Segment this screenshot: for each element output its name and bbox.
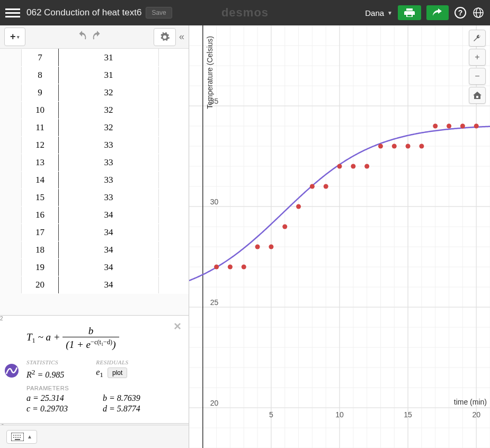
data-point[interactable] [351, 164, 355, 169]
svg-text:20: 20 [210, 399, 219, 407]
data-point[interactable] [242, 265, 246, 270]
table-cell-t[interactable]: 7 [22, 49, 59, 67]
zoom-in-button[interactable]: + [469, 49, 486, 66]
data-point[interactable] [310, 184, 315, 189]
table-cell-t[interactable]: 8 [22, 67, 59, 84]
table-row[interactable]: 1132 [22, 119, 159, 137]
svg-text:Temperature (Celsius): Temperature (Celsius) [206, 36, 214, 109]
data-point[interactable] [419, 144, 424, 149]
table-cell-T[interactable]: 34 [59, 207, 159, 224]
undo-button[interactable] [76, 30, 88, 44]
data-point[interactable] [228, 265, 233, 270]
table-row[interactable]: 1634 [22, 207, 159, 224]
table-cell-T[interactable]: 32 [59, 84, 159, 102]
user-name[interactable]: Dana [365, 8, 384, 17]
regression-icon[interactable] [4, 363, 19, 378]
zoom-out-button[interactable]: − [469, 68, 486, 85]
table-cell-T[interactable]: 33 [59, 154, 159, 172]
table-cell-t[interactable]: 12 [22, 137, 59, 154]
data-point[interactable] [474, 124, 479, 129]
table-cell-T[interactable]: 34 [59, 276, 159, 294]
home-icon [473, 91, 482, 100]
table-cell-T[interactable]: 34 [59, 241, 159, 259]
svg-text:30: 30 [210, 198, 219, 206]
table-cell-t[interactable]: 9 [22, 84, 59, 102]
data-point[interactable] [447, 124, 451, 129]
data-point[interactable] [364, 164, 369, 169]
help-button[interactable]: ? [454, 6, 467, 19]
data-table[interactable]: 7318319321032113212331333143315331634173… [21, 49, 159, 294]
data-point[interactable] [392, 144, 397, 149]
table-row[interactable]: 1433 [22, 172, 159, 189]
expression-index: 2 [0, 316, 5, 321]
table-row[interactable]: 1934 [22, 259, 159, 276]
table-cell-T[interactable]: 31 [59, 67, 159, 84]
stats-heading: STATISTICS [26, 359, 64, 365]
language-button[interactable] [472, 6, 485, 19]
close-icon[interactable]: × [174, 319, 181, 334]
plot-residuals-button[interactable]: plot [108, 368, 127, 378]
menu-icon[interactable] [5, 6, 20, 20]
table-cell-t[interactable]: 16 [22, 207, 59, 224]
data-point[interactable] [255, 245, 260, 249]
svg-text:15: 15 [404, 410, 412, 419]
table-cell-T[interactable]: 34 [59, 224, 159, 241]
graph-panel[interactable]: + − 510152020253035time (min)Temperature… [189, 25, 490, 448]
svg-point-7 [13, 435, 14, 436]
table-row[interactable]: 1834 [22, 241, 159, 259]
table-row[interactable]: 1533 [22, 189, 159, 207]
data-point[interactable] [460, 124, 465, 129]
data-point[interactable] [214, 265, 219, 270]
graph-canvas[interactable]: 510152020253035time (min)Temperature (Ce… [189, 25, 490, 448]
table-cell-t[interactable]: 10 [22, 102, 59, 119]
table-cell-t[interactable]: 19 [22, 259, 59, 276]
data-point[interactable] [433, 124, 438, 129]
table-row[interactable]: 1333 [22, 154, 159, 172]
share-icon [433, 8, 442, 17]
data-point[interactable] [337, 164, 342, 169]
table-row[interactable]: 2034 [22, 276, 159, 294]
data-point[interactable] [406, 144, 411, 149]
regression-expression[interactable]: 2 × T1 ~ a + b(1 + e−c(t1−d)) STATISTICS… [0, 315, 189, 423]
table-row[interactable]: 1233 [22, 137, 159, 154]
table-row[interactable]: 831 [22, 67, 159, 84]
data-point[interactable] [296, 204, 301, 209]
table-cell-T[interactable]: 34 [59, 259, 159, 276]
settings-button[interactable] [154, 28, 176, 46]
table-cell-t[interactable]: 20 [22, 276, 59, 294]
chevron-down-icon[interactable]: ▼ [387, 10, 393, 16]
home-button[interactable] [469, 87, 486, 104]
data-point[interactable] [324, 184, 328, 189]
table-cell-T[interactable]: 33 [59, 189, 159, 207]
table-cell-T[interactable]: 32 [59, 119, 159, 137]
keypad-toggle-button[interactable]: ▲ [6, 430, 37, 444]
data-point[interactable] [378, 144, 383, 149]
save-button[interactable]: Save [146, 7, 172, 19]
table-cell-T[interactable]: 33 [59, 172, 159, 189]
document-title[interactable]: 062 Conduction of heat text6 [26, 7, 141, 18]
table-row[interactable]: 731 [22, 49, 159, 67]
redo-button[interactable] [91, 30, 103, 44]
data-point[interactable] [269, 245, 273, 249]
expression-list[interactable]: 7318319321032113212331333143315331634173… [0, 49, 189, 425]
table-cell-t[interactable]: 18 [22, 241, 59, 259]
graph-settings-button[interactable] [469, 30, 486, 47]
table-cell-T[interactable]: 32 [59, 102, 159, 119]
table-row[interactable]: 932 [22, 84, 159, 102]
table-cell-T[interactable]: 31 [59, 49, 159, 67]
table-cell-T[interactable]: 33 [59, 137, 159, 154]
table-row[interactable]: 1032 [22, 102, 159, 119]
table-cell-t[interactable]: 15 [22, 189, 59, 207]
add-expression-button[interactable]: + [4, 28, 25, 46]
print-button[interactable] [398, 5, 421, 20]
table-row[interactable]: 1734 [22, 224, 159, 241]
table-cell-t[interactable]: 17 [22, 224, 59, 241]
share-button[interactable] [426, 5, 449, 20]
table-cell-t[interactable]: 11 [22, 119, 59, 137]
data-point[interactable] [282, 225, 287, 229]
table-cell-t[interactable]: 14 [22, 172, 59, 189]
param-a: a = 25.314 [26, 393, 103, 403]
table-cell-t[interactable]: 13 [22, 154, 59, 172]
expression-toolbar: + « [0, 25, 189, 49]
collapse-panel-button[interactable]: « [179, 31, 184, 42]
